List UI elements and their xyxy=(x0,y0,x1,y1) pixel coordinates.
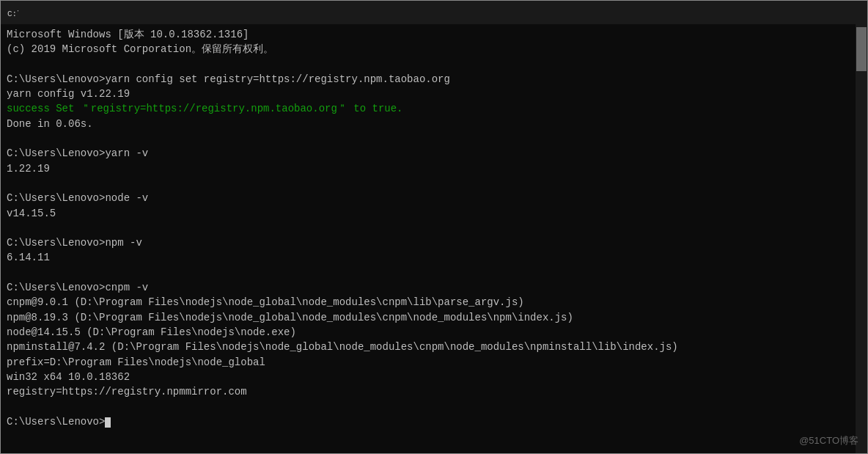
maximize-button[interactable] xyxy=(794,1,828,24)
terminal-line: C:\Users\Lenovo>npm -v xyxy=(7,235,850,250)
terminal-line: registry=https://registry.npmmirror.com xyxy=(7,384,850,399)
terminal-line: npminstall@7.4.2 (D:\Program Files\nodej… xyxy=(7,340,850,354)
terminal-line: C:\Users\Lenovo>cnpm -v xyxy=(7,280,850,295)
terminal-content[interactable]: Microsoft Windows [版本 10.0.18362.1316](c… xyxy=(1,24,856,453)
terminal-line: v14.15.5 xyxy=(7,206,850,221)
terminal-line: prefix=D:\Program Files\nodejs\node_glob… xyxy=(7,355,850,370)
terminal-line: C:\Users\Lenovo>yarn config set registry… xyxy=(7,72,850,87)
terminal-line: 6.14.11 xyxy=(7,250,850,265)
title-bar: C:\ xyxy=(1,1,867,24)
terminal-line: Done in 0.06s. xyxy=(7,117,850,131)
close-button[interactable] xyxy=(828,1,861,24)
terminal-line: C:\Users\Lenovo> xyxy=(7,414,850,429)
terminal-line: C:\Users\Lenovo>yarn -v xyxy=(7,146,850,161)
terminal-line: cnpm@9.0.1 (D:\Program Files\nodejs\node… xyxy=(7,295,850,310)
terminal-line xyxy=(7,266,850,280)
terminal-line: node@14.15.5 (D:\Program Files\nodejs\no… xyxy=(7,325,850,340)
terminal-line: (c) 2019 Microsoft Corporation。保留所有权利。 xyxy=(7,42,850,56)
terminal-line xyxy=(7,399,850,414)
terminal-line: C:\Users\Lenovo>node -v xyxy=(7,191,850,205)
scrollbar-thumb[interactable] xyxy=(856,27,867,71)
terminal-line: npm@8.19.3 (D:\Program Files\nodejs\node… xyxy=(7,310,850,325)
cursor xyxy=(105,417,111,428)
terminal-line xyxy=(7,176,850,191)
terminal-line xyxy=(7,221,850,235)
terminal-body: Microsoft Windows [版本 10.0.18362.1316](c… xyxy=(1,24,867,453)
terminal-line xyxy=(7,57,850,72)
cmd-window: C:\ Microsoft Windows [版本 10.0.18362.131… xyxy=(0,0,868,454)
terminal-line xyxy=(7,131,850,146)
svg-text:C:\: C:\ xyxy=(7,10,18,18)
terminal-line: win32 x64 10.0.18362 xyxy=(7,370,850,384)
terminal-line: yarn config v1.22.19 xyxy=(7,87,850,101)
minimize-button[interactable] xyxy=(760,1,794,24)
terminal-line: 1.22.19 xyxy=(7,161,850,176)
cmd-icon: C:\ xyxy=(7,7,18,18)
scrollbar[interactable] xyxy=(856,24,867,453)
window-controls xyxy=(760,1,861,24)
terminal-line: success Set ＂registry=https://registry.n… xyxy=(7,101,850,116)
terminal-line: Microsoft Windows [版本 10.0.18362.1316] xyxy=(7,27,850,42)
